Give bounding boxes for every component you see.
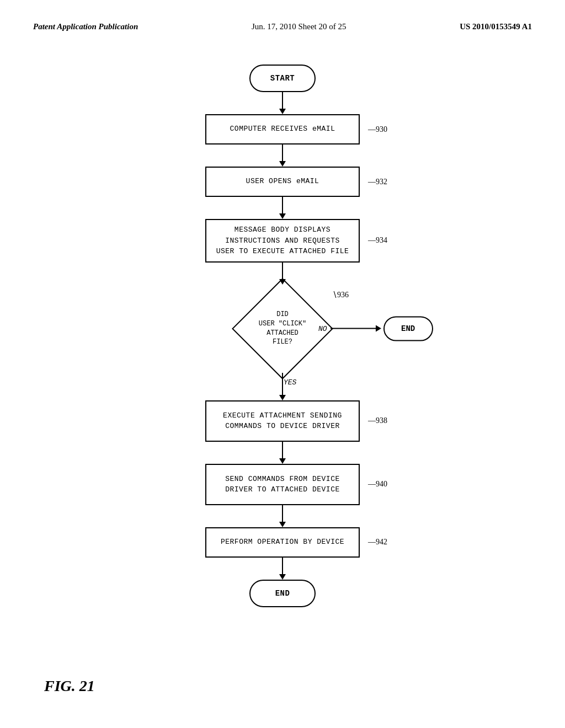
ref-934: —934 bbox=[368, 236, 387, 245]
end-oval-no: END bbox=[383, 316, 433, 341]
start-node: START bbox=[249, 65, 316, 92]
ref-938: —938 bbox=[368, 416, 387, 425]
ref-936: ∖936 bbox=[332, 290, 349, 299]
ref-942: —942 bbox=[368, 538, 387, 547]
end-label: END bbox=[275, 589, 290, 598]
arrow-930-932 bbox=[279, 144, 286, 167]
arrow-start-930 bbox=[279, 92, 286, 114]
figure-label: FIG. 21 bbox=[44, 677, 95, 695]
header-patent-number: US 2010/0153549 A1 bbox=[460, 22, 532, 31]
header-date-sheet: Jun. 17, 2010 Sheet 20 of 25 bbox=[252, 22, 347, 31]
node-940-label: SEND COMMANDS FROM DEVICE DRIVER TO ATTA… bbox=[225, 474, 340, 495]
header: Patent Application Publication Jun. 17, … bbox=[0, 0, 565, 42]
no-branch: NO END bbox=[318, 316, 433, 341]
node-934-wrapper: MESSAGE BODY DISPLAYS INSTRUCTIONS AND R… bbox=[205, 219, 360, 263]
node-940: SEND COMMANDS FROM DEVICE DRIVER TO ATTA… bbox=[205, 464, 360, 505]
end-label-no: END bbox=[401, 324, 415, 333]
node-930-label: COMPUTER RECEIVES eMAIL bbox=[230, 124, 335, 134]
node-938: EXECUTE ATTACHMENT SENDING COMMANDS TO D… bbox=[205, 400, 360, 442]
node-936: DID USER "CLICK" ATTACHED FILE? bbox=[238, 285, 327, 373]
node-932-label: USER OPENS eMAIL bbox=[246, 176, 319, 186]
node-942-wrapper: PERFORM OPERATION BY DEVICE —942 bbox=[205, 527, 360, 558]
ref-932: —932 bbox=[368, 178, 387, 186]
arrow-938-940 bbox=[279, 442, 286, 464]
ref-930: —930 bbox=[368, 125, 387, 134]
node-940-wrapper: SEND COMMANDS FROM DEVICE DRIVER TO ATTA… bbox=[205, 464, 360, 505]
header-publication: Patent Application Publication bbox=[33, 22, 138, 31]
yes-arrow: YES bbox=[279, 373, 286, 400]
yes-label: YES bbox=[284, 378, 296, 387]
node-934-label: MESSAGE BODY DISPLAYS INSTRUCTIONS AND R… bbox=[216, 224, 349, 257]
page: Patent Application Publication Jun. 17, … bbox=[0, 0, 565, 728]
node-930-wrapper: COMPUTER RECEIVES eMAIL —930 bbox=[205, 114, 360, 144]
start-label: START bbox=[270, 74, 295, 83]
node-934: MESSAGE BODY DISPLAYS INSTRUCTIONS AND R… bbox=[205, 219, 360, 263]
arrow-932-934 bbox=[279, 197, 286, 219]
end-node: END bbox=[249, 580, 316, 607]
diamond-936-section: DID USER "CLICK" ATTACHED FILE? ∖936 NO … bbox=[238, 285, 327, 373]
node-932-wrapper: USER OPENS eMAIL —932 bbox=[205, 167, 360, 197]
node-930: COMPUTER RECEIVES eMAIL bbox=[205, 114, 360, 144]
node-942: PERFORM OPERATION BY DEVICE bbox=[205, 527, 360, 558]
ref-940: —940 bbox=[368, 480, 387, 489]
arrow-942-end bbox=[279, 558, 286, 580]
node-938-label: EXECUTE ATTACHMENT SENDING COMMANDS TO D… bbox=[223, 410, 342, 432]
no-label: NO bbox=[318, 324, 327, 333]
arrow-940-942 bbox=[279, 505, 286, 527]
node-938-wrapper: EXECUTE ATTACHMENT SENDING COMMANDS TO D… bbox=[205, 400, 360, 442]
node-932: USER OPENS eMAIL bbox=[205, 167, 360, 197]
diamond-text-936: DID USER "CLICK" ATTACHED FILE? bbox=[252, 310, 313, 347]
node-942-label: PERFORM OPERATION BY DEVICE bbox=[221, 537, 344, 547]
flowchart: START COMPUTER RECEIVES eMAIL —930 USER … bbox=[0, 42, 565, 607]
